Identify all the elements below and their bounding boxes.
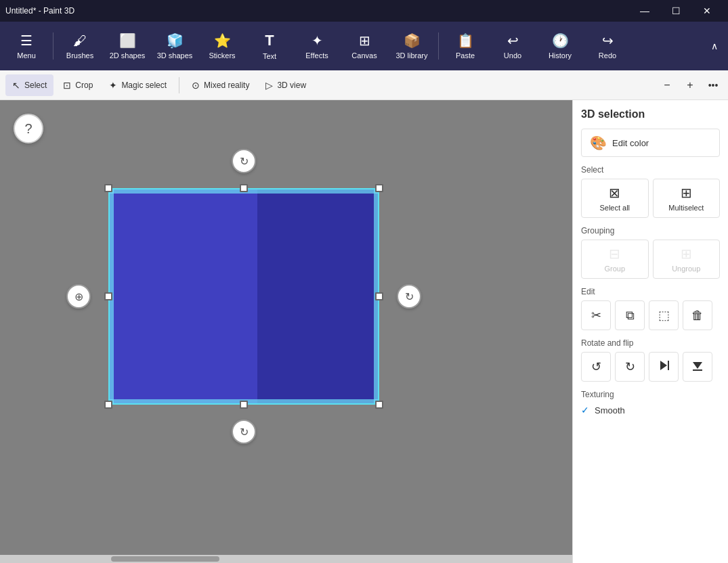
panel-title: 3D selection [581, 108, 720, 120]
cut-icon: ✂ [591, 308, 601, 323]
rotate-left-button[interactable]: ↺ [581, 352, 611, 382]
maximize-button[interactable]: ☐ [660, 0, 691, 22]
rotate-left-icon: ↺ [591, 359, 601, 374]
collapse-button[interactable]: ∧ [704, 35, 725, 57]
effects-icon: ✦ [312, 32, 323, 49]
handle-right-mid[interactable] [375, 292, 383, 300]
magic-select-button[interactable]: ✦ Magic select [102, 74, 173, 96]
titlebar: Untitled* - Paint 3D — ☐ ✕ [0, 0, 728, 22]
toolbar-item-stickers[interactable]: ⭐ Stickers [198, 24, 246, 68]
group-label: Group [604, 265, 625, 273]
paste-edit-button[interactable]: ⬚ [649, 300, 679, 330]
delete-icon: 🗑 [691, 309, 704, 323]
toolbar-label-brushes: Brushes [66, 51, 93, 60]
menu-icon: ☰ [20, 32, 33, 49]
toolbar-separator-2 [438, 32, 439, 60]
rotate-handle-left[interactable]: ⊕ [66, 284, 91, 309]
crop-icon: ⊡ [63, 80, 71, 91]
grouping-section-label: Grouping [581, 226, 720, 235]
group-icon: ⊟ [609, 246, 620, 262]
help-button[interactable]: ? [14, 114, 43, 143]
toolbar-item-text[interactable]: T Text [246, 24, 293, 68]
copy-button[interactable]: ⧉ [615, 300, 645, 330]
mixed-reality-label: Mixed reality [204, 81, 249, 90]
ungroup-label: Ungroup [672, 265, 700, 273]
grouping-buttons: ⊟ Group ⊞ Ungroup [581, 240, 720, 279]
magic-select-icon: ✦ [109, 80, 117, 91]
minimize-button[interactable]: — [629, 0, 660, 22]
group-button[interactable]: ⊟ Group [581, 240, 649, 279]
handle-top-mid[interactable] [240, 184, 248, 192]
toolbar-label-text: Text [263, 52, 276, 60]
rotate-right-button[interactable]: ↻ [615, 352, 645, 382]
redo-icon: ↪ [602, 32, 614, 49]
handle-left-mid[interactable] [104, 292, 112, 300]
titlebar-title: Untitled* - Paint 3D [5, 6, 74, 16]
select-section-label: Select [581, 165, 720, 175]
3d-view-icon: ▷ [265, 80, 273, 91]
toolbar-item-redo[interactable]: ↪ Redo [584, 24, 631, 68]
handle-top-right[interactable] [375, 184, 383, 192]
zoom-out-button[interactable]: − [658, 76, 677, 95]
horizontal-scrollbar[interactable] [0, 555, 572, 563]
right-panel: 3D selection 🎨 Edit color Select ⊠ Selec… [572, 100, 728, 563]
rotate-handle-top[interactable]: ↻ [232, 149, 256, 173]
toolbar-label-menu: Menu [17, 51, 36, 60]
select-button[interactable]: ↖ Select [5, 74, 53, 96]
crop-button[interactable]: ⊡ Crop [56, 74, 100, 96]
3d-view-button[interactable]: ▷ 3D view [259, 74, 313, 96]
selected-shape[interactable]: ↻ ↻ ⊕ ↻ [108, 188, 379, 405]
rotate-right-icon: ↻ [625, 359, 635, 374]
toolbar-item-brushes[interactable]: 🖌 Brushes [56, 24, 104, 68]
handle-bottom-left[interactable] [104, 401, 112, 409]
sec-separator-1 [179, 77, 179, 93]
handle-bottom-mid[interactable] [240, 401, 248, 409]
smooth-row: ✓ Smooth [581, 405, 720, 415]
toolbar-item-paste[interactable]: 📋 Paste [442, 24, 489, 68]
rotate-handle-right[interactable]: ↻ [397, 284, 421, 309]
multiselect-label: Multiselect [668, 204, 704, 212]
toolbar-item-3d-library[interactable]: 📦 3D library [388, 24, 435, 68]
select-all-button[interactable]: ⊠ Select all [581, 179, 649, 218]
handle-top-left[interactable] [104, 184, 112, 192]
svg-marker-6 [660, 361, 667, 370]
mixed-reality-button[interactable]: ⊙ Mixed reality [185, 74, 256, 96]
toolbar-item-2d-shapes[interactable]: ⬜ 2D shapes [104, 24, 151, 68]
rotate-handle-bottom[interactable]: ↻ [232, 420, 256, 444]
toolbar-label-effects: Effects [305, 51, 328, 60]
multiselect-icon: ⊞ [681, 185, 692, 201]
canvas-area[interactable]: ? [0, 100, 572, 563]
zoom-in-button[interactable]: + [681, 76, 700, 95]
close-button[interactable]: ✕ [691, 0, 723, 22]
select-label: Select [24, 81, 47, 90]
more-options-button[interactable]: ••• [704, 76, 723, 95]
toolbar-item-undo[interactable]: ↩ Undo [489, 24, 536, 68]
scrollbar-thumb[interactable] [111, 556, 219, 562]
multiselect-button[interactable]: ⊞ Multiselect [653, 179, 721, 218]
toolbar-item-menu[interactable]: ☰ Menu [3, 24, 50, 68]
ungroup-icon: ⊞ [681, 246, 692, 262]
select-all-icon: ⊠ [609, 185, 620, 201]
flip-vertical-icon [658, 359, 670, 375]
copy-icon: ⧉ [626, 309, 635, 323]
main-toolbar: ☰ Menu 🖌 Brushes ⬜ 2D shapes 🧊 3D shapes… [0, 22, 728, 70]
rotate-flip-section-label: Rotate and flip [581, 338, 720, 348]
toolbar-label-redo: Redo [599, 51, 616, 60]
flip-horizontal-button[interactable] [683, 352, 712, 382]
titlebar-controls: — ☐ ✕ [629, 0, 723, 22]
magic-select-label: Magic select [121, 81, 167, 90]
flip-vertical-button[interactable] [649, 352, 679, 382]
toolbar-item-3d-shapes[interactable]: 🧊 3D shapes [151, 24, 198, 68]
cut-button[interactable]: ✂ [581, 300, 611, 330]
toolbar-item-canvas[interactable]: ⊞ Canvas [341, 24, 388, 68]
ungroup-button[interactable]: ⊞ Ungroup [653, 240, 721, 279]
toolbar-label-history: History [549, 51, 572, 60]
toolbar-item-history[interactable]: 🕐 History [536, 24, 584, 68]
toolbar-item-effects[interactable]: ✦ Effects [293, 24, 341, 68]
edit-color-button[interactable]: 🎨 Edit color [581, 129, 720, 157]
delete-button[interactable]: 🗑 [683, 300, 712, 330]
help-icon: ? [24, 121, 32, 137]
stickers-icon: ⭐ [214, 32, 231, 49]
handle-bottom-right[interactable] [375, 401, 383, 409]
paste-edit-icon: ⬚ [658, 308, 670, 323]
